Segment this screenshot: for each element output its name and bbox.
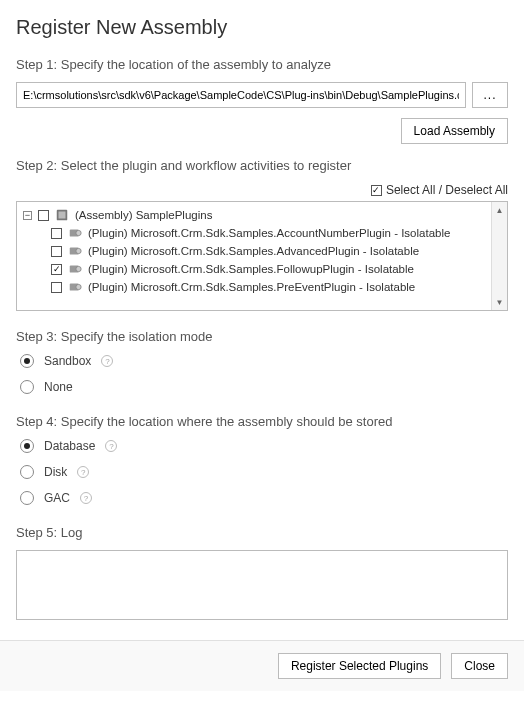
close-button[interactable]: Close <box>451 653 508 679</box>
help-icon[interactable]: ? <box>77 466 89 478</box>
storage-gac-radio[interactable] <box>20 491 34 505</box>
help-icon[interactable]: ? <box>105 440 117 452</box>
plugin-icon <box>68 280 82 294</box>
storage-disk-radio[interactable] <box>20 465 34 479</box>
isolation-sandbox-radio[interactable] <box>20 354 34 368</box>
step4-label: Step 4: Specify the location where the a… <box>16 414 508 429</box>
log-output <box>16 550 508 620</box>
isolation-none-label: None <box>44 380 73 394</box>
scrollbar[interactable]: ▲ ▼ <box>491 202 507 310</box>
plugin-node[interactable]: (Plugin) Microsoft.Crm.Sdk.Samples.PreEv… <box>21 278 507 296</box>
scroll-up-icon[interactable]: ▲ <box>492 202 507 218</box>
svg-point-3 <box>76 230 81 235</box>
assembly-path-input[interactable] <box>16 82 466 108</box>
page-title: Register New Assembly <box>16 16 508 39</box>
isolation-none-radio[interactable] <box>20 380 34 394</box>
browse-button[interactable]: ... <box>472 82 508 108</box>
help-icon[interactable]: ? <box>101 355 113 367</box>
register-button[interactable]: Register Selected Plugins <box>278 653 441 679</box>
storage-disk-label: Disk <box>44 465 67 479</box>
plugin-checkbox[interactable] <box>51 228 62 239</box>
svg-rect-1 <box>59 212 66 219</box>
plugin-icon <box>68 244 82 258</box>
step2-label: Step 2: Select the plugin and workflow a… <box>16 158 508 173</box>
plugin-label: (Plugin) Microsoft.Crm.Sdk.Samples.Follo… <box>88 263 414 275</box>
isolation-sandbox-label: Sandbox <box>44 354 91 368</box>
select-all-checkbox[interactable]: ✓ <box>371 185 382 196</box>
plugin-label: (Plugin) Microsoft.Crm.Sdk.Samples.Accou… <box>88 227 450 239</box>
scroll-down-icon[interactable]: ▼ <box>492 294 507 310</box>
svg-point-9 <box>76 284 81 289</box>
plugin-icon <box>68 262 82 276</box>
plugin-checkbox[interactable] <box>51 246 62 257</box>
help-icon[interactable]: ? <box>80 492 92 504</box>
step1-label: Step 1: Specify the location of the asse… <box>16 57 508 72</box>
select-all-label: Select All / Deselect All <box>386 183 508 197</box>
expander-icon[interactable]: − <box>23 211 32 220</box>
plugin-label: (Plugin) Microsoft.Crm.Sdk.Samples.Advan… <box>88 245 419 257</box>
storage-database-radio[interactable] <box>20 439 34 453</box>
plugin-label: (Plugin) Microsoft.Crm.Sdk.Samples.PreEv… <box>88 281 415 293</box>
storage-database-label: Database <box>44 439 95 453</box>
svg-point-7 <box>76 266 81 271</box>
plugin-icon <box>68 226 82 240</box>
assembly-checkbox[interactable] <box>38 210 49 221</box>
step5-label: Step 5: Log <box>16 525 508 540</box>
svg-point-5 <box>76 248 81 253</box>
plugin-node[interactable]: ✓ (Plugin) Microsoft.Crm.Sdk.Samples.Fol… <box>21 260 507 278</box>
load-assembly-button[interactable]: Load Assembly <box>401 118 508 144</box>
assembly-node[interactable]: − (Assembly) SamplePlugins <box>21 206 507 224</box>
plugin-checkbox[interactable]: ✓ <box>51 264 62 275</box>
plugin-tree[interactable]: − (Assembly) SamplePlugins (Plugin) Micr… <box>16 201 508 311</box>
assembly-label: (Assembly) SamplePlugins <box>75 209 212 221</box>
plugin-node[interactable]: (Plugin) Microsoft.Crm.Sdk.Samples.Advan… <box>21 242 507 260</box>
plugin-checkbox[interactable] <box>51 282 62 293</box>
footer: Register Selected Plugins Close <box>0 640 524 691</box>
storage-gac-label: GAC <box>44 491 70 505</box>
assembly-icon <box>55 208 69 222</box>
step3-label: Step 3: Specify the isolation mode <box>16 329 508 344</box>
plugin-node[interactable]: (Plugin) Microsoft.Crm.Sdk.Samples.Accou… <box>21 224 507 242</box>
